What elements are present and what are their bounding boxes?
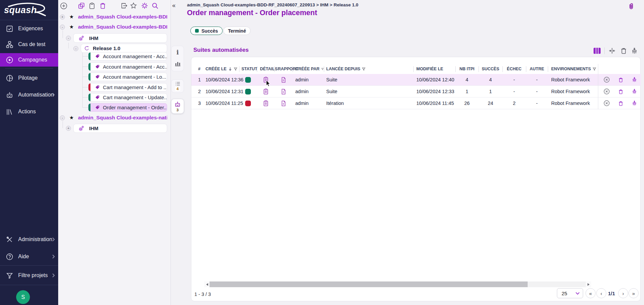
page-size-select[interactable]: 25 [557,288,583,298]
clean-icon[interactable] [632,100,637,106]
report-icon[interactable] [274,77,293,83]
sidebar-item-cas-de-test[interactable]: Cas de test [0,38,58,51]
sidebar-item-label: Actions [18,109,36,115]
tree-toggle[interactable]: - [66,36,71,41]
copy-icon[interactable] [77,2,85,10]
sidebar-item-campagnes[interactable]: Campagnes [0,53,58,67]
delete-icon[interactable] [99,2,107,10]
broom-icon[interactable] [630,47,638,54]
sidebar-item-exigences[interactable]: Exigences [0,22,58,35]
status-bar [88,104,90,111]
state-chip-termine[interactable]: Terminé [223,27,251,35]
avatar[interactable]: S [16,290,30,304]
cell-lancee-depuis: Suite [324,89,413,94]
tree-case[interactable]: Account management - Acc... [88,52,167,61]
delete-icon[interactable] [618,88,623,95]
tree-case-selected[interactable]: Order management - Order... [88,103,167,112]
settings-gear-icon[interactable] [141,2,149,10]
details-icon[interactable] [257,77,274,83]
col-statut[interactable]: STATUT [239,67,257,71]
col-modifiee-le[interactable]: MODIFIÉE LE [413,67,455,71]
details-icon[interactable] [257,100,274,106]
hscrollbar-right-arrow[interactable] [586,281,591,287]
filter-icon [321,67,324,71]
sidebar-item-label: Administration [18,236,52,242]
automation-card[interactable]: 3 [171,99,184,114]
exec-list-card[interactable]: 4 [171,79,184,93]
col-nb-itpi[interactable]: NB ITPI [455,67,479,71]
delete-icon[interactable] [618,100,623,107]
hscrollbar-left-arrow[interactable] [204,281,210,287]
tree-node-ihm[interactable]: IHM [73,33,167,43]
table-row[interactable]: 1 10/06/2024 12:36 admin Suite 10/06/202… [191,74,641,86]
tree-project[interactable]: admin_Squash Cloud-examples-nativ... [78,115,167,121]
col-details[interactable]: DÉTAILS [257,67,274,71]
delete-icon[interactable] [618,77,623,83]
cell-cree-le: 10/06/2024 12:31 [205,89,239,94]
sidebar-item-pilotage[interactable]: Pilotage [0,71,58,85]
info-icon[interactable]: i [172,48,184,56]
tree-case[interactable]: Account management - Acc... [88,63,167,71]
report-icon[interactable] [274,89,293,94]
delete-icon[interactable] [619,47,628,54]
prev-page-button[interactable]: ‹ [596,288,606,298]
chart-icon[interactable] [172,60,184,67]
star-icon: ★ [69,24,74,30]
first-page-button[interactable]: « [585,288,596,298]
tree-toggle[interactable]: - [60,115,65,120]
hscrollbar-thumb[interactable] [210,281,528,287]
col-lancee-depuis[interactable]: LANCÉE DEPUIS [324,67,413,71]
tree-toggle[interactable]: - [73,46,78,51]
tree-toggle[interactable]: + [60,14,65,20]
tree-node-ihm2[interactable]: IHM [73,124,167,133]
tree-case[interactable]: Cart management - Add to ... [88,83,167,91]
sidebar-item-administration[interactable]: Administration [0,233,58,246]
search-icon[interactable] [151,2,159,10]
attachment-icon[interactable] [627,2,635,11]
fit-columns-icon[interactable] [608,47,616,54]
col-succes[interactable]: SUCCÈS [479,67,502,71]
sidebar-item-aide[interactable]: Aide [0,250,58,263]
tree-toggle[interactable]: + [66,126,71,131]
export-icon[interactable] [120,2,128,10]
tree-node-release[interactable]: Release 1.0 [81,44,167,53]
status-chip-succes[interactable]: Succès [190,27,223,35]
details-icon[interactable] [257,88,274,94]
cancel-execution-icon[interactable] [603,88,610,95]
col-autre[interactable]: AUTRE [526,67,548,71]
app-root: squash Exigences Cas de test Campagnes [0,0,644,305]
columns-icon[interactable] [593,47,601,54]
tree-case[interactable]: Account management - Lo... [88,73,167,81]
col-num[interactable]: # [191,67,205,71]
col-label: CRÉÉE LE [205,67,227,71]
favorites-icon[interactable] [129,2,138,10]
tree-project[interactable]: admin_Squash Cloud-examples-BDD-... [78,14,167,20]
sidebar-item-filtre-projets[interactable]: Filtre projets [0,269,58,282]
col-environnements[interactable]: ENVIRONNEMENTS [548,67,598,71]
col-cree-le[interactable]: CRÉÉE LE [205,67,239,71]
col-echec[interactable]: ÉCHEC [502,67,526,71]
tag-icon [95,64,100,69]
tree-toggle[interactable]: - [60,25,65,30]
next-page-button[interactable]: › [618,288,628,298]
breadcrumb[interactable]: admin_Squash Cloud-examples-BDD-RF_20240… [187,2,358,7]
add-button[interactable] [60,2,68,10]
table-row[interactable]: 2 10/06/2024 12:31 admin Suite 10/06/202… [191,86,641,98]
paste-icon[interactable] [88,2,96,10]
table-row[interactable]: 3 10/06/2024 11:25 admin Itération 10/06… [191,98,641,109]
gears-icon [78,125,85,131]
last-page-button[interactable]: » [629,288,639,298]
report-icon[interactable] [274,101,293,106]
clean-icon[interactable] [632,77,637,83]
tree-case-label: Cart management - Update... [103,94,167,100]
sidebar-item-actions[interactable]: Actions [0,105,58,118]
tree-case[interactable]: Cart management - Update... [88,93,167,102]
col-cree-par[interactable]: CRÉÉE PAR [293,67,324,71]
col-rapport[interactable]: RAPPORT [274,67,293,71]
cancel-execution-icon[interactable] [603,100,610,107]
clean-icon[interactable] [632,88,637,94]
cancel-execution-icon[interactable] [603,76,610,83]
tree-project[interactable]: admin_Squash Cloud-examples-BDD-... [78,24,167,30]
collapse-panel-icon[interactable]: « [172,2,176,9]
sidebar-item-automatisation[interactable]: Automatisation [0,88,58,102]
